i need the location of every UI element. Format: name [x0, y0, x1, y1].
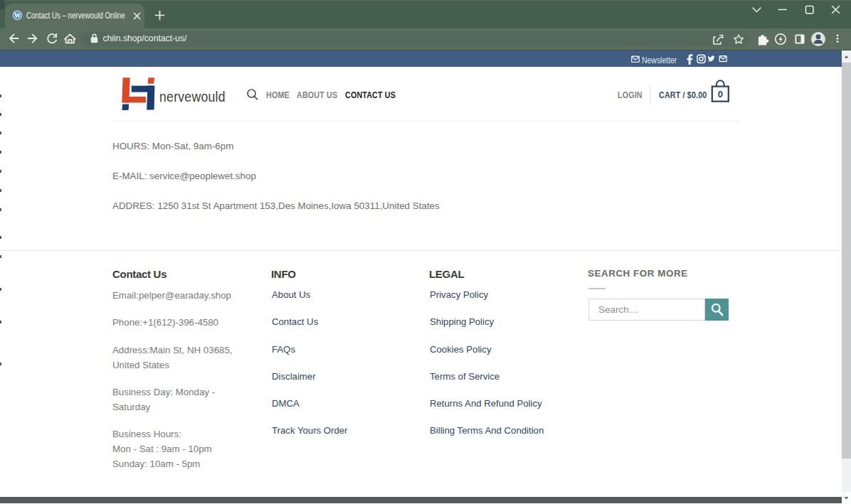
svg-text:0: 0 — [718, 89, 723, 100]
svg-text:W: W — [14, 12, 21, 19]
